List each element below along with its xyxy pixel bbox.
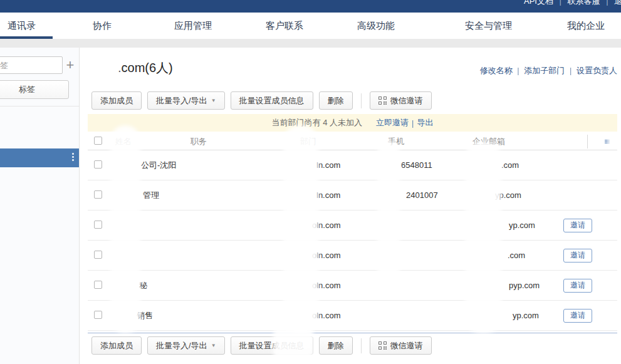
- tab-security-management[interactable]: 安全与管理: [465, 20, 512, 32]
- member-phone: 2401007: [383, 190, 467, 200]
- batch-set-member-info-button[interactable]: 批量设置成员信息: [231, 336, 313, 355]
- invite-button[interactable]: 邀请: [563, 249, 592, 263]
- member-dept: ln.com: [295, 160, 383, 170]
- rename-link[interactable]: 修改名称: [480, 66, 513, 75]
- delete-button[interactable]: 删除: [319, 336, 353, 355]
- table-row: 管理 ln.com 2401007 yp.com: [88, 180, 617, 211]
- member-dept: oln.com: [295, 311, 383, 320]
- batch-import-export-label: 批量导入/导出: [156, 340, 207, 351]
- plus-icon: +: [66, 57, 75, 73]
- wechat-invite-label: 微信邀请: [390, 340, 423, 351]
- select-row-checkbox[interactable]: [94, 190, 102, 199]
- sidebar: + 标签: [0, 48, 80, 364]
- member-toolbar-bottom: 添加成员 批量导入/导出 ▼ 批量设置成员信息 删除 微信邀请: [91, 336, 432, 355]
- select-row-checkbox[interactable]: [94, 221, 102, 229]
- member-email: yp.com: [467, 221, 558, 230]
- chevron-down-icon: ▼: [211, 98, 216, 103]
- toolbar-divider: [361, 93, 362, 108]
- invite-now-link[interactable]: 立即邀请: [376, 117, 409, 128]
- department-title: .com(6人): [88, 60, 173, 76]
- column-header-dept: 部门: [295, 136, 383, 147]
- add-member-button[interactable]: 添加成员: [91, 336, 142, 355]
- export-link[interactable]: 导出: [417, 117, 433, 128]
- separator: |: [517, 66, 519, 75]
- tab-app-management[interactable]: 应用管理: [174, 20, 212, 32]
- wechat-invite-button[interactable]: 微信邀请: [370, 336, 432, 355]
- wechat-invite-button[interactable]: 微信邀请: [370, 91, 432, 110]
- tab-advanced-features[interactable]: 高级功能: [357, 20, 395, 32]
- separator: |: [606, 0, 608, 6]
- member-dept: oln.com: [295, 251, 383, 260]
- column-header-phone: 手机: [383, 136, 467, 147]
- table-row: oln.com yp.com 邀请: [88, 211, 617, 241]
- member-toolbar-top: 添加成员 批量导入/导出 ▼ 批量设置成员信息 删除 微信邀请: [91, 91, 432, 110]
- column-header-name: 姓名: [110, 136, 185, 147]
- separator: |: [570, 66, 571, 75]
- qr-code-icon: [378, 341, 387, 350]
- topbar: API文档 | 联系客服 | 退出: [0, 0, 621, 13]
- member-phone: 6548011: [383, 160, 467, 170]
- kebab-menu-icon[interactable]: [72, 153, 74, 161]
- add-member-button[interactable]: 添加成员: [91, 91, 142, 110]
- select-row-checkbox[interactable]: [94, 311, 102, 319]
- invite-button[interactable]: 邀请: [563, 279, 592, 293]
- topbar-links: API文档 | 联系客服 | 退出: [524, 0, 621, 7]
- wechat-invite-label: 微信邀请: [390, 95, 423, 107]
- batch-set-member-info-button[interactable]: 批量设置成员信息: [231, 91, 313, 110]
- table-row: oln.com .com 邀请: [88, 241, 617, 271]
- member-name: 公司-沈阳: [110, 160, 185, 171]
- add-tag-button[interactable]: +: [63, 56, 77, 74]
- member-table: 姓名 职务 部门 手机 企业邮箱 公司-沈阳 ln.com 6548011 .c…: [88, 133, 617, 331]
- member-email: .com: [467, 160, 558, 170]
- contact-support-link[interactable]: 联系客服: [568, 0, 600, 6]
- member-email: yp.com: [467, 190, 558, 200]
- column-header-email: 企业邮箱: [467, 136, 558, 147]
- invite-button[interactable]: 邀请: [563, 309, 592, 323]
- tab-my-enterprise[interactable]: 我的企业: [567, 20, 605, 32]
- invite-button[interactable]: 邀请: [563, 219, 592, 232]
- member-email: .com: [467, 251, 558, 260]
- tag-search-input[interactable]: [0, 56, 63, 74]
- header-divider: [587, 135, 588, 148]
- notice-text: 当前部门尚有 4 人未加入: [272, 117, 362, 128]
- main-nav: 通讯录 协作 应用管理 客户联系 高级功能 安全与管理 我的企业: [0, 13, 621, 39]
- batch-import-export-label: 批量导入/导出: [156, 95, 207, 107]
- tab-contacts[interactable]: 通讯录: [8, 20, 36, 32]
- add-sub-department-link[interactable]: 添加子部门: [524, 66, 565, 75]
- member-name: 秘: [110, 280, 185, 291]
- toolbar-divider: [361, 338, 362, 353]
- tab-collaboration[interactable]: 协作: [93, 20, 112, 32]
- member-email: yp.com: [467, 311, 558, 320]
- batch-import-export-button[interactable]: 批量导入/导出 ▼: [147, 91, 225, 110]
- select-row-checkbox[interactable]: [94, 251, 102, 259]
- set-manager-link[interactable]: 设置负责人: [577, 66, 617, 75]
- member-dept: oln.com: [295, 281, 383, 290]
- table-row: 销售 oln.com yp.com 邀请: [88, 301, 617, 331]
- separator: |: [412, 118, 414, 128]
- select-row-checkbox[interactable]: [94, 160, 102, 169]
- member-name: 销售: [110, 310, 185, 321]
- batch-import-export-button[interactable]: 批量导入/导出 ▼: [147, 336, 225, 355]
- column-header-job: 职务: [185, 136, 295, 147]
- table-row: 秘 oln.com pyp.com 邀请: [88, 271, 617, 301]
- member-dept: oln.com: [295, 221, 383, 230]
- delete-button[interactable]: 删除: [319, 91, 353, 110]
- chevron-down-icon: ▼: [211, 343, 216, 348]
- member-dept: ln.com: [295, 190, 383, 200]
- select-row-checkbox[interactable]: [94, 281, 102, 289]
- logout-link[interactable]: 退出: [614, 0, 621, 6]
- api-docs-link[interactable]: API文档: [524, 0, 553, 6]
- tag-button[interactable]: 标签: [0, 80, 69, 99]
- select-all-checkbox[interactable]: [94, 137, 102, 145]
- sidebar-item-selected-department[interactable]: [0, 148, 79, 167]
- tab-customer-contact[interactable]: 客户联系: [266, 20, 303, 32]
- table-bottom-divider: [88, 332, 617, 334]
- member-email: pyp.com: [467, 281, 558, 290]
- member-name: 管理: [110, 190, 185, 201]
- sidebar-divider: [0, 106, 80, 107]
- separator: |: [560, 0, 561, 6]
- pending-join-notice: 当前部门尚有 4 人未加入 立即邀请 | 导出: [88, 114, 617, 132]
- divider-strip: [0, 39, 621, 48]
- column-settings-icon[interactable]: [605, 137, 610, 146]
- qr-code-icon: [378, 96, 387, 105]
